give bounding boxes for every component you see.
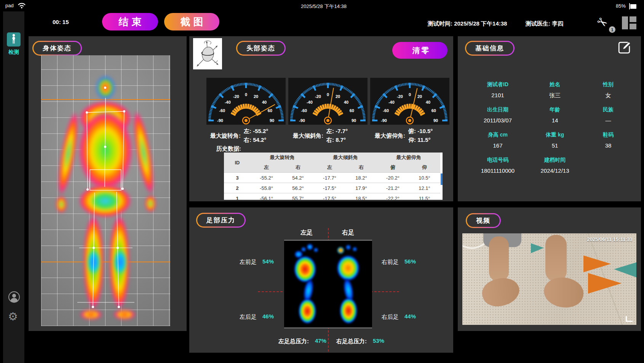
max-pitch-readout: 最大俯仰角: 俯: -10.5°仰: 11.5° [375,128,457,144]
right-rear-value: 44% [404,313,416,320]
history-label: 历史数据: [216,145,241,153]
history-group-pitch: 最大俯仰角 [377,153,440,162]
info-field: 民族— [582,106,635,132]
history-group-rotation: 最大旋转角 [251,153,314,162]
expand-corner-icon[interactable] [626,316,633,322]
profile-icon[interactable] [8,291,20,305]
svg-text:60: 60 [350,108,354,113]
history-sub-up: 仰 [409,162,440,173]
max-pitch-up: 仰: 11.5° [408,137,433,144]
left-rear-label: 左后足 [240,313,257,321]
video-title: 视频 [466,213,501,228]
layout-icon [622,16,628,29]
test-time-value: 2025/5/28 下午14:38 [454,20,507,27]
sidebar-detect-label: 检测 [3,49,24,56]
right-total-label: 右足总压力: [336,338,367,345]
history-sub-right1: 右 [282,162,314,173]
svg-text:40: 40 [344,100,348,104]
max-tilt-right: 右: 8.7° [326,137,348,144]
max-tilt-label: 最大倾斜角: [293,132,323,140]
max-tilt-readout: 最大倾斜角: 左: -7.7°右: 8.7° [293,128,375,144]
svg-text:-60: -60 [301,108,307,113]
svg-text:40: 40 [426,100,430,104]
edit-icon [617,41,631,55]
session-timer: 00: 15 [53,19,69,25]
video-timestamp: 2025/06/11 15:11:33 [587,236,633,242]
body-thermal-image [41,55,170,326]
info-fields: 测试者ID2101 姓名张三 性别女 出生日期2011/03/07 年龄14 民… [467,81,635,182]
svg-text:90: 90 [352,118,356,123]
app-root: pad 2025/5/28 下午14:38 85% 检测 ⚙ 00: 15 结束… [0,0,644,363]
svg-text:0: 0 [327,92,329,97]
svg-text:-20: -20 [315,94,321,99]
right-foot-label: 右足 [342,229,354,237]
sidebar-item-detect[interactable] [7,32,21,47]
svg-text:-20: -20 [233,94,239,99]
head-axes-thumbnail [193,38,222,69]
right-rear-label: 右后足 [382,313,399,321]
svg-text:-90: -90 [381,118,387,123]
foot-pressure-panel: 足部压力 左足 右足 左前足 54% 右前足 56% 左后足 46% 右 [189,207,453,353]
screenshot-button[interactable]: 截图 [164,13,219,31]
right-fore-value: 56% [404,258,416,265]
battery-percent: 85% [616,3,626,9]
svg-text:0: 0 [245,92,247,97]
svg-text:-90: -90 [217,118,223,123]
svg-text:-40: -40 [307,100,313,104]
svg-text:-90: -90 [299,118,305,123]
svg-text:20: 20 [254,94,258,99]
basic-info-panel: 基础信息 测试者ID2101 姓名张三 性别女 出生日期2011/03/07 年… [458,36,641,201]
reset-button[interactable]: 清零 [392,42,447,59]
teal-marker [531,243,544,253]
edit-button[interactable] [617,41,631,56]
svg-text:20: 20 [336,94,340,99]
svg-text:60: 60 [431,108,436,113]
left-fore-value: 54% [262,258,274,265]
left-fore-label: 左前足 [240,259,257,266]
max-pitch-label: 最大俯仰角: [375,132,405,140]
svg-text:60: 60 [268,108,272,113]
history-sub-down: 俯 [377,162,409,173]
history-group-tilt: 最大倾斜角 [314,153,377,162]
history-sub-left1: 左 [251,162,282,173]
right-total-value: 53% [373,337,384,344]
right-fore-label: 右前足 [382,259,399,266]
svg-text:90: 90 [433,118,438,123]
max-rotation-right: 右: 54.2° [244,137,268,144]
table-scrollbar[interactable] [441,173,443,185]
svg-text:-60: -60 [219,108,225,113]
max-rotation-left: 左: -55.2° [244,128,268,135]
layout-button[interactable] [622,16,636,29]
info-field: 身高 cm167 [467,132,528,157]
info-field: 出生日期2011/03/07 [467,106,528,132]
info-field: 建档时间2024/12/13 [528,157,582,182]
sidebar: 检测 ⚙ [3,11,24,363]
max-rotation-label: 最大旋转角: [210,132,241,140]
video-frame: 2025/06/11 15:11:33 [462,233,636,325]
info-field: 鞋码38 [582,132,635,157]
table-row: 3 -55.2°54.2° -17.7°18.2° -20.2°10.5° [224,173,440,183]
info-field: 性别女 [582,81,635,106]
right-leg [545,235,567,281]
body-posture-title: 身体姿态 [32,41,82,56]
info-field: 测试者ID2101 [467,81,528,106]
svg-text:-20: -20 [397,94,403,99]
history-sub-left2: 左 [314,162,345,173]
info-field: 电话号码18011110000 [467,157,528,182]
gear-icon[interactable]: ⚙ [8,311,18,322]
video-panel: 视频 2025/06/11 15:11:33 [458,207,641,331]
scissors-icon: ✂ [594,14,611,32]
end-button[interactable]: 结束 [102,13,158,31]
gauge-pitch: -90-60-40-20020406090 [370,78,449,125]
info-field: 姓名张三 [528,81,582,106]
foot-heatmap [284,240,372,328]
scissors-button[interactable]: ✂ 1 [597,15,614,32]
svg-text:90: 90 [270,118,274,123]
gauge-tilt: -90-60-40-20020406090 [288,78,368,125]
svg-text:-60: -60 [383,108,389,113]
status-datetime: 2025/5/28 下午14:38 [301,3,347,10]
wifi-icon [18,2,26,10]
left-total-label: 左足总压力: [278,338,309,345]
history-col-id: ID [224,153,251,173]
test-time-label: 测试时间: [428,20,452,27]
